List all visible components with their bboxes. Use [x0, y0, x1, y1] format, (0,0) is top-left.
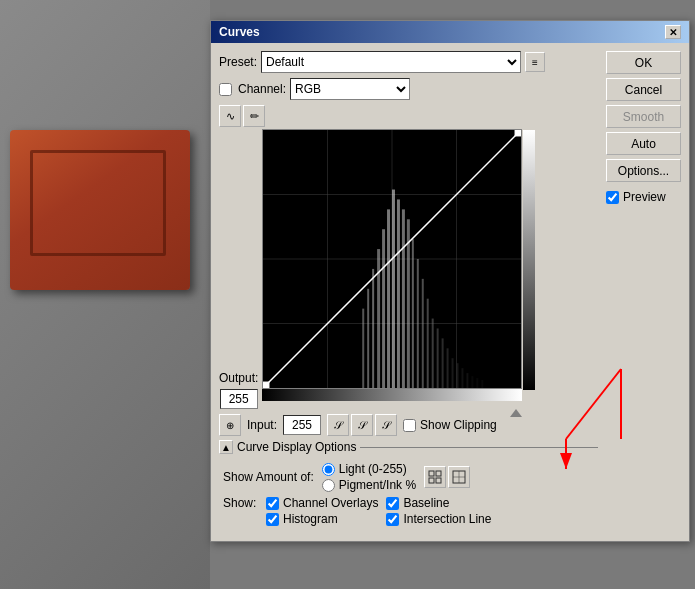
svg-rect-8: [373, 269, 375, 388]
show-label: Show:: [223, 496, 258, 510]
baseline-label: Baseline: [403, 496, 449, 510]
grid-button-small[interactable]: [424, 466, 446, 488]
svg-rect-33: [263, 382, 269, 388]
svg-rect-25: [457, 363, 459, 388]
intersection-line-label: Intersection Line: [403, 512, 491, 526]
histogram-checkbox[interactable]: [266, 513, 279, 526]
section-divider: [360, 447, 598, 448]
curves-svg: [263, 130, 521, 388]
grid-button-large[interactable]: [448, 466, 470, 488]
svg-rect-6: [363, 309, 365, 388]
preview-row: Preview: [606, 190, 681, 204]
options-button[interactable]: Options...: [606, 159, 681, 182]
curves-area: ∿ ✏ Output: 255: [219, 105, 598, 409]
pencil-tool-button[interactable]: ✏: [243, 105, 265, 127]
right-gradient-bar: [523, 130, 535, 390]
auto-button[interactable]: Auto: [606, 132, 681, 155]
white-eyedropper-button[interactable]: 𝒮: [375, 414, 397, 436]
close-button[interactable]: ✕: [665, 25, 681, 39]
brick-object: [10, 130, 190, 290]
preset-select[interactable]: Default Custom: [261, 51, 521, 73]
radio-group: Light (0-255) Pigment/Ink %: [322, 462, 416, 492]
baseline-checkbox[interactable]: [386, 497, 399, 510]
channel-checkbox[interactable]: [219, 83, 232, 96]
svg-rect-22: [442, 338, 444, 388]
svg-rect-18: [422, 279, 424, 388]
show-clipping-checkbox[interactable]: [403, 419, 416, 432]
curve-display-options: Show Amount of: Light (0-255) Pigment/In…: [219, 458, 598, 533]
intersection-line-checkbox[interactable]: [386, 513, 399, 526]
photo-background: [0, 0, 210, 589]
svg-rect-37: [436, 478, 441, 483]
dialog-titlebar: Curves ✕: [211, 21, 689, 43]
dialog-title: Curves: [219, 25, 260, 39]
svg-rect-24: [452, 358, 454, 388]
channel-overlays-checkbox[interactable]: [266, 497, 279, 510]
input-row: ⊕ Input: 255 𝒮 𝒮 𝒮 Show Clipping: [219, 414, 598, 436]
light-radio-item: Light (0-255): [322, 462, 416, 476]
show-amount-label: Show Amount of:: [223, 470, 314, 484]
grid-large-icon: [452, 470, 466, 484]
channel-overlays-item: Channel Overlays: [266, 496, 378, 510]
gray-eyedropper-button[interactable]: 𝒮: [351, 414, 373, 436]
svg-rect-28: [472, 376, 474, 388]
svg-rect-12: [392, 190, 395, 388]
dialog-main: Preset: Default Custom ≡ Channel: RGB Re…: [219, 51, 598, 533]
preset-label: Preset:: [219, 55, 257, 69]
svg-rect-17: [417, 259, 419, 388]
curve-display-section-header: ▲ Curve Display Options: [219, 440, 598, 454]
grid-buttons: [424, 466, 470, 488]
preview-checkbox[interactable]: [606, 191, 619, 204]
bottom-gradient-bar: [262, 389, 522, 401]
pigment-radio[interactable]: [322, 479, 335, 492]
eyedropper-group: 𝒮 𝒮 𝒮: [327, 414, 397, 436]
output-value[interactable]: 255: [220, 389, 258, 409]
ok-button[interactable]: OK: [606, 51, 681, 74]
dialog-body: Preset: Default Custom ≡ Channel: RGB Re…: [211, 43, 689, 541]
svg-rect-19: [427, 299, 429, 388]
target-tool-button[interactable]: ⊕: [219, 414, 241, 436]
light-radio[interactable]: [322, 463, 335, 476]
curve-display-label: Curve Display Options: [237, 440, 356, 454]
svg-rect-14: [402, 209, 405, 388]
intersection-line-item: Intersection Line: [386, 512, 498, 526]
show-row: Show: Channel Overlays Baseline Histo: [219, 496, 598, 526]
checkboxes-grid: Channel Overlays Baseline Histogram: [266, 496, 499, 526]
dialog-buttons: OK Cancel Smooth Auto Options... Preview: [606, 51, 681, 533]
preview-label: Preview: [623, 190, 666, 204]
svg-rect-29: [477, 378, 479, 388]
svg-rect-13: [397, 199, 400, 388]
output-label: Output:: [219, 371, 258, 385]
output-label-area: Output: 255: [219, 129, 258, 409]
input-value[interactable]: 255: [283, 415, 321, 435]
svg-rect-35: [436, 471, 441, 476]
channel-label: Channel:: [238, 82, 286, 96]
show-clipping-label: Show Clipping: [420, 418, 497, 432]
svg-rect-26: [462, 368, 464, 388]
svg-rect-7: [368, 289, 370, 388]
channel-select[interactable]: RGB Red Green Blue: [290, 78, 410, 100]
svg-rect-11: [387, 209, 390, 388]
svg-rect-10: [382, 229, 385, 388]
pigment-label: Pigment/Ink %: [339, 478, 416, 492]
preset-menu-button[interactable]: ≡: [525, 52, 545, 72]
smooth-button[interactable]: Smooth: [606, 105, 681, 128]
svg-rect-16: [412, 239, 414, 388]
svg-rect-32: [515, 130, 521, 136]
baseline-item: Baseline: [386, 496, 498, 510]
channel-row: Channel: RGB Red Green Blue: [219, 78, 598, 100]
collapse-button[interactable]: ▲: [219, 440, 233, 454]
svg-rect-21: [437, 328, 439, 388]
pigment-radio-item: Pigment/Ink %: [322, 478, 416, 492]
curves-canvas-wrapper: Output: 255: [219, 129, 598, 409]
svg-rect-36: [429, 478, 434, 483]
curve-tool-button[interactable]: ∿: [219, 105, 241, 127]
svg-rect-20: [432, 319, 434, 388]
cancel-button[interactable]: Cancel: [606, 78, 681, 101]
curves-dialog: Curves ✕ Preset: Default Custom ≡ Channe…: [210, 20, 690, 542]
channel-overlays-label: Channel Overlays: [283, 496, 378, 510]
curves-tools: ∿ ✏: [219, 105, 598, 127]
black-eyedropper-button[interactable]: 𝒮: [327, 414, 349, 436]
curves-graph[interactable]: [262, 129, 522, 389]
svg-rect-30: [482, 380, 484, 388]
